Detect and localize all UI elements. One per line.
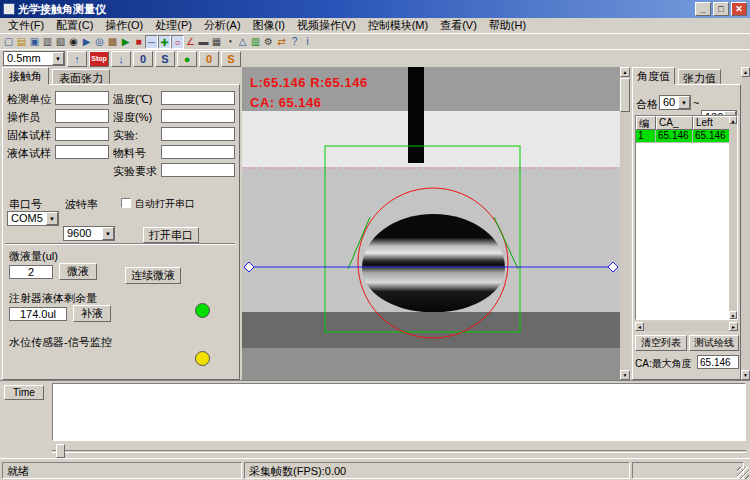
syringe-remain-input[interactable] [9,307,67,321]
scroll-right-icon[interactable]: ► [729,322,738,331]
close-button[interactable]: ✕ [731,2,747,16]
minimize-button[interactable]: _ [695,2,711,16]
zoom-icon[interactable]: ◔ [223,35,236,49]
menu-item-6[interactable]: 图像(I) [247,18,291,33]
clear-list-button[interactable]: 清空列表 [635,335,687,351]
settings-icon[interactable]: ⚙ [262,35,275,49]
menu-item-2[interactable]: 配置(C) [50,18,99,33]
refill-button[interactable]: 补液 [73,305,111,322]
stop-dispense-button[interactable]: Stop [89,51,109,67]
detect-unit-input[interactable] [55,91,109,105]
liquid-sample-input[interactable] [55,145,109,159]
scroll-down-icon[interactable]: ▼ [741,370,750,380]
zero-position-button[interactable]: 0 [133,51,153,67]
tab-angle-values[interactable]: 角度值 [632,67,675,85]
dose-button[interactable]: 微液 [59,263,97,280]
resize-grip[interactable] [737,467,749,479]
set-position-button[interactable]: S [155,51,175,67]
baseline-handle-right[interactable] [608,262,618,272]
image-icon[interactable]: ▩ [106,35,119,49]
scroll-left-icon[interactable]: ◄ [635,322,644,331]
angle-icon[interactable]: ∠ [184,35,197,49]
tab-tension-values[interactable]: 张力值 [678,69,721,84]
set-aux-button[interactable]: S [221,51,241,67]
solid-sample-input[interactable] [55,127,109,141]
baud-rate-select[interactable]: 9600 ▼ [63,226,115,241]
tab-contact-angle[interactable]: 接触角 [2,67,49,85]
play-icon[interactable]: ▶ [119,35,132,49]
stop-icon[interactable]: ■ [132,35,145,49]
scroll-down-icon[interactable]: ▼ [729,311,737,319]
camera-scrollbar[interactable]: ▲ ▼ [620,67,630,380]
col-header-ca[interactable]: CA_ [656,116,693,130]
menu-item-5[interactable]: 分析(A) [198,18,247,33]
grid-icon[interactable]: ▦ [210,35,223,49]
scale-combobox[interactable]: 0.5mm ▼ [3,51,65,66]
menu-item-3[interactable]: 操作(O) [99,18,149,33]
menu-item-4[interactable]: 处理(P) [149,18,198,33]
new-file-icon[interactable]: ▢ [2,35,15,49]
scrollbar-thumb[interactable] [620,78,630,112]
needle-up-button[interactable]: ↑ [67,51,87,67]
tab-surface-tension[interactable]: 表面张力 [52,69,110,84]
chevron-down-icon[interactable]: ▼ [102,227,114,240]
menu-item-10[interactable]: 帮助(H) [483,18,532,33]
connect-icon[interactable]: ⇄ [275,35,288,49]
menu-item-1[interactable]: 文件(F) [2,18,50,33]
humidity-input[interactable] [161,109,235,123]
fit-circle-icon[interactable]: ○ [171,35,184,49]
menu-item-8[interactable]: 控制模块(M) [362,18,435,33]
scroll-up-icon[interactable]: ▲ [620,67,630,77]
col-header-id[interactable]: 编号 [636,116,656,130]
experiment-input[interactable] [161,127,235,141]
continuous-dose-button[interactable]: 连续微液 [125,267,181,284]
maximize-button[interactable]: □ [713,2,729,16]
needle-down-button[interactable]: ↓ [111,51,131,67]
baseline-handle-left[interactable] [244,262,254,272]
col-header-left[interactable]: Left [693,116,731,130]
chevron-down-icon[interactable]: ▼ [52,52,64,65]
right-panel-scrollbar[interactable]: ▲ ▼ [741,67,750,380]
camera-icon[interactable]: ◉ [67,35,80,49]
menu-item-9[interactable]: 查看(V) [434,18,483,33]
time-axis-button[interactable]: Time [4,385,44,400]
save-icon[interactable]: ▣ [28,35,41,49]
info-icon[interactable]: i [301,35,314,49]
chevron-down-icon[interactable]: ▼ [678,96,690,109]
video-icon[interactable]: ▶ [80,35,93,49]
table-icon[interactable]: ▥ [249,35,262,49]
serial-port-select[interactable]: COM5 ▼ [7,211,59,226]
start-button[interactable]: ● [177,51,197,67]
test-curve-button[interactable]: 测试绘线 [689,335,739,351]
max-angle-input[interactable] [697,355,739,369]
chevron-down-icon[interactable]: ▼ [46,212,58,225]
print-icon[interactable]: ▥ [41,35,54,49]
roi-rect[interactable] [325,146,520,332]
chart-icon[interactable]: △ [236,35,249,49]
table-hscrollbar[interactable]: ◄ ► [635,322,738,331]
scroll-up-icon[interactable]: ▲ [741,67,750,77]
range-low-select[interactable]: 60 ▼ [659,95,691,110]
report-icon[interactable]: ▧ [54,35,67,49]
table-vscrollbar[interactable]: ▲ ▼ [729,116,737,319]
time-slider-track[interactable] [52,450,746,453]
material-no-input[interactable] [161,145,235,159]
help-icon[interactable]: ? [288,35,301,49]
menu-item-7[interactable]: 视频操作(V) [291,18,362,33]
scroll-up-icon[interactable]: ▲ [729,116,737,124]
micro-volume-input[interactable] [9,265,53,279]
auto-open-checkbox[interactable] [121,198,131,208]
snapshot-icon[interactable]: ◎ [93,35,106,49]
open-file-icon[interactable]: ▤ [15,35,28,49]
crosshair-icon[interactable]: ✚ [158,35,171,49]
open-serial-button[interactable]: 打开串口 [143,227,199,243]
time-slider-thumb[interactable] [56,444,65,458]
table-row[interactable]: 165.14665.146 [636,130,731,143]
zero-aux-button[interactable]: 0 [199,51,219,67]
baseline-icon[interactable]: ─ [145,35,158,49]
experiment-req-input[interactable] [161,163,235,177]
ruler-icon[interactable]: ▬ [197,35,210,49]
temperature-input[interactable] [161,91,235,105]
scroll-down-icon[interactable]: ▼ [620,370,630,380]
operator-input[interactable] [55,109,109,123]
